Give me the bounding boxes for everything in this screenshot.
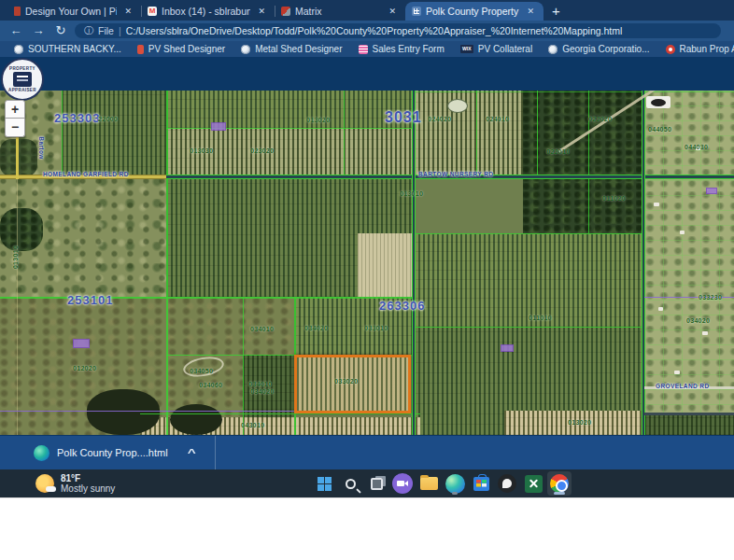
- address-bar[interactable]: ⓘ File | C:/Users/sblra/OneDrive/Desktop…: [75, 23, 721, 38]
- edge-browser-icon: [445, 474, 465, 494]
- bookmark-label: Georgia Corporatio...: [562, 44, 649, 54]
- chrome-button[interactable]: [547, 471, 572, 496]
- chrome-icon: [550, 474, 569, 493]
- gmail-favicon-icon: M: [148, 7, 157, 16]
- wix-icon: WIX: [460, 45, 473, 53]
- bookmark-metal-shed-designer[interactable]: Metal Shed Designer: [236, 44, 346, 54]
- zoom-in-button[interactable]: +: [5, 100, 25, 119]
- dark-sphere-app-icon: [498, 474, 516, 493]
- globe-icon: [241, 45, 250, 54]
- chevron-up-icon[interactable]: ^: [187, 447, 195, 458]
- empty-area: [0, 497, 734, 560]
- seal-emblem-icon: [13, 72, 32, 87]
- tab-title: Inbox (14) - sblrabunco@gmail.c: [162, 6, 250, 17]
- bookmarks-bar: SOUTHERN BACKY... PV Shed Designer Metal…: [0, 41, 734, 57]
- forward-icon[interactable]: →: [30, 22, 47, 39]
- globe-icon: [14, 45, 23, 54]
- zoom-out-button[interactable]: −: [5, 119, 25, 137]
- property-appraiser-seal: PROPERTY APPRAISER: [1, 58, 44, 101]
- form-grid-icon: [359, 45, 368, 54]
- close-icon[interactable]: ✕: [386, 6, 399, 17]
- weather-temperature: 81°F: [61, 473, 115, 483]
- tab-polk-county-property-appraiser[interactable]: Polk County Property Appraiser: ✕: [405, 2, 543, 21]
- bookmark-sales-entry-form[interactable]: Sales Entry Form: [354, 44, 449, 54]
- seal-text-bottom: APPRAISER: [8, 88, 36, 92]
- matrix-favicon-icon: [281, 7, 290, 16]
- polk-county-favicon-icon: [412, 7, 421, 16]
- aerial-map[interactable]: 2533033031253101263306 22000013020024020…: [0, 91, 734, 435]
- bookmark-label: PV Shed Designer: [148, 44, 225, 54]
- edge-button[interactable]: [443, 471, 467, 496]
- tab-matrix[interactable]: Matrix ✕: [275, 2, 405, 21]
- store-bag-icon: [473, 477, 489, 491]
- page-background: 2533033031253101263306 22000013020024020…: [0, 57, 734, 436]
- address-divider: |: [119, 25, 121, 36]
- bookmark-georgia-corporation[interactable]: Georgia Corporatio...: [543, 44, 654, 54]
- download-shelf: Polk County Prop....html ^: [0, 436, 734, 469]
- road-name-label: HOMELAND GARFIELD RD: [43, 171, 129, 177]
- address-scheme-label: File: [98, 25, 114, 36]
- close-icon[interactable]: ✕: [121, 6, 134, 17]
- file-explorer-button[interactable]: [416, 471, 441, 496]
- bookmark-pv-shed-designer[interactable]: PV Shed Designer: [133, 44, 230, 54]
- html-file-icon: [34, 445, 49, 461]
- bookmark-label: Metal Shed Designer: [255, 44, 342, 54]
- new-tab-button[interactable]: +: [543, 3, 569, 21]
- screen: Design Your Own | Pine View Bui ✕ M Inbo…: [0, 0, 734, 560]
- map-zoom-controls: + −: [5, 100, 25, 137]
- bookmark-label: Rabun Prop App: [680, 44, 734, 54]
- tab-title: Polk County Property Appraiser:: [426, 6, 519, 17]
- sphere-app-button[interactable]: [495, 471, 519, 496]
- task-view-icon: [371, 478, 383, 490]
- windows-taskbar: 81°F Mostly sunny: [0, 469, 734, 497]
- browser-tab-strip: Design Your Own | Pine View Bui ✕ M Inbo…: [0, 0, 734, 21]
- road-name-label: GROVELAND RD: [656, 383, 710, 389]
- bookmark-label: PV Collateral: [478, 44, 532, 54]
- pine-view-favicon-icon: [14, 7, 21, 16]
- pv-shed-icon: [137, 45, 144, 54]
- tab-design-your-own[interactable]: Design Your Own | Pine View Bui ✕: [7, 2, 141, 21]
- bookmark-label: Sales Entry Form: [373, 44, 445, 54]
- search-button[interactable]: [338, 471, 362, 496]
- excel-icon: [525, 475, 543, 493]
- page-info-icon[interactable]: ⓘ: [84, 24, 93, 37]
- address-url-text: C:/Users/sblra/OneDrive/Desktop/Todd/Pol…: [126, 25, 623, 36]
- tab-title: Matrix: [295, 6, 381, 17]
- windows-start-icon: [318, 477, 332, 491]
- browser-toolbar: ← → ↻ ⓘ File | C:/Users/sblra/OneDrive/D…: [0, 21, 734, 41]
- folder-icon: [420, 477, 438, 490]
- tab-title: Design Your Own | Pine View Bui: [25, 6, 117, 17]
- video-camera-app-icon: [392, 473, 413, 494]
- bookmark-rabun-prop-app[interactable]: Rabun Prop App: [661, 44, 734, 54]
- excel-button[interactable]: [521, 471, 545, 496]
- tab-gmail-inbox[interactable]: M Inbox (14) - sblrabunco@gmail.c ✕: [141, 2, 275, 21]
- sun-icon: [35, 474, 54, 493]
- weather-widget[interactable]: 81°F Mostly sunny: [35, 471, 115, 496]
- road-name-label: Bartow: [38, 136, 45, 159]
- road-labels: HOMELAND GARFIELD RDBARTOW NURSERY RDGRO…: [0, 91, 734, 435]
- task-view-button[interactable]: [364, 471, 388, 496]
- globe-icon: [548, 45, 558, 54]
- search-icon: [346, 479, 356, 489]
- road-name-label: BARTOW NURSERY RD: [418, 171, 493, 177]
- bookmark-label: SOUTHERN BACKY...: [28, 44, 121, 54]
- reload-icon[interactable]: ↻: [52, 22, 69, 39]
- bookmark-southern-backyard[interactable]: SOUTHERN BACKY...: [9, 44, 126, 54]
- shelf-divider: [215, 436, 216, 469]
- microsoft-store-button[interactable]: [469, 471, 493, 496]
- close-icon[interactable]: ✕: [524, 6, 537, 17]
- weather-condition: Mostly sunny: [61, 483, 115, 494]
- downloaded-file-name: Polk County Prop....html: [57, 447, 168, 458]
- close-icon[interactable]: ✕: [255, 6, 268, 17]
- bookmark-pv-collateral[interactable]: WIX PV Collateral: [456, 44, 537, 54]
- seal-text-top: PROPERTY: [9, 66, 35, 71]
- start-button[interactable]: [312, 471, 336, 496]
- downloaded-file-chip[interactable]: Polk County Prop....html ^: [0, 445, 194, 461]
- rabun-app-icon: [666, 45, 675, 54]
- taskbar-icons: [312, 471, 572, 496]
- back-icon[interactable]: ←: [7, 22, 24, 39]
- camera-app-button[interactable]: [390, 471, 415, 496]
